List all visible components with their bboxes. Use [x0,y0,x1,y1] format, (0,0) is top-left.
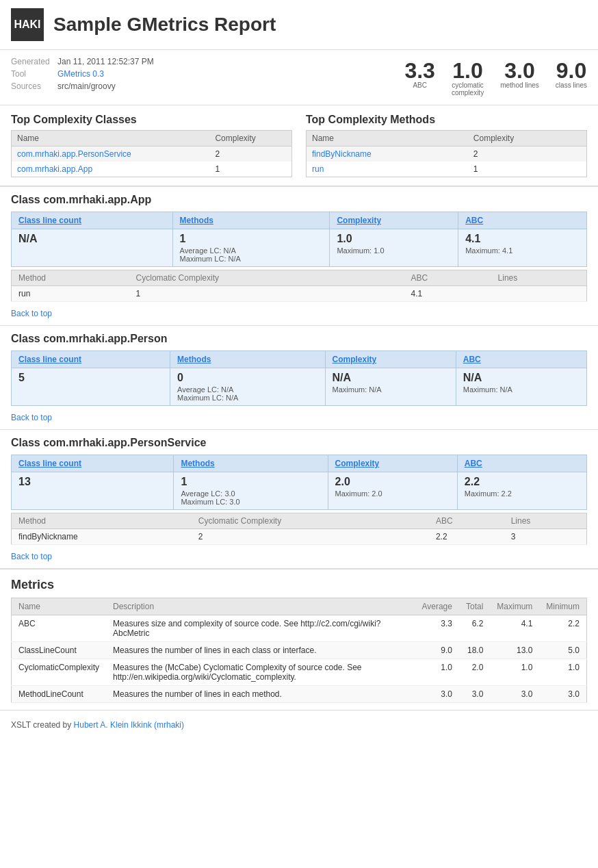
stats-col-header[interactable]: Complexity [330,212,458,229]
metrics-table: NameDescriptionAverageTotalMaximumMinimu… [11,598,587,703]
back-to-top-link[interactable]: Back to top [0,409,598,429]
metric-maximum: 13.0 [490,642,539,659]
metric-label: cyclomatic complexity [452,81,484,97]
table-row: CyclomaticComplexity Measures the (McCab… [12,659,587,686]
summary-metric: 9.0class lines [556,60,587,89]
back-to-top-link[interactable]: Back to top [0,548,598,568]
stat-sub-info: Average LC: N/AMaximum LC: N/A [177,385,317,402]
stats-col-header[interactable]: Complexity [328,455,457,472]
class-section: Class com.mrhaki.app.Person Class line c… [0,326,598,430]
method-table-header: Method [12,513,192,529]
complexity-cell: 1 [468,162,587,177]
tool-label: Tool [11,69,52,79]
classes-container: Class com.mrhaki.app.App Class line coun… [0,187,598,569]
sub-text: Maximum LC: N/A [177,394,317,402]
summary-metric: 1.0cyclomatic complexity [452,60,484,97]
metric-average: 3.0 [415,686,458,703]
metric-total: 2.0 [459,659,490,686]
stat-sub-info: Average LC: N/AMaximum LC: N/A [180,246,323,263]
method-cyclomatic: 2 [192,529,429,545]
stats-col-header[interactable]: ABC [458,212,587,229]
sub-text: Maximum: 1.0 [337,246,451,255]
stats-col-header[interactable]: Methods [170,351,325,368]
stats-col-cell: 0 Average LC: N/AMaximum LC: N/A [170,368,325,406]
table-row: MethodLineCount Measures the number of l… [12,686,587,703]
class-title: Class com.mrhaki.app.App [11,194,587,206]
metric-value: 3.3 [404,60,434,81]
top-methods-title: Top Complexity Methods [306,114,587,126]
top-complexity-classes: Top Complexity Classes Name Complexity c… [11,114,292,177]
table-row: com.mrhaki.app.PersonService2 [12,146,292,162]
stat-main-val: 5 [18,372,163,384]
class-link[interactable]: com.mrhaki.app.App [17,164,92,174]
meta-left: Generated Jan 11, 2011 12:52:37 PM Tool … [11,57,404,97]
stats-col-cell: N/A Maximum: N/A [325,368,456,406]
metric-name: ABC [12,615,107,642]
top-classes-col-name: Name [12,131,210,146]
stats-col-cell: 2.0 Maximum: 2.0 [328,472,457,510]
method-link[interactable]: run [312,164,324,174]
method-name: findByNickname [12,529,192,545]
metric-total: 18.0 [459,642,490,659]
stat-sub-info: Maximum: N/A [333,385,449,394]
table-row: ClassLineCount Measures the number of li… [12,642,587,659]
meta-section: Generated Jan 11, 2011 12:52:37 PM Tool … [0,50,598,105]
sub-text: Maximum: 2.2 [465,489,580,498]
table-row: run1 [307,162,587,177]
class-title: Class com.mrhaki.app.PersonService [11,437,587,449]
back-to-top-link[interactable]: Back to top [0,305,598,325]
generated-value: Jan 11, 2011 12:52:37 PM [57,57,154,66]
method-table: MethodCyclomatic ComplexityABCLines find… [11,513,587,545]
stats-col-header[interactable]: Class line count [12,455,174,472]
stat-main-val: 13 [18,476,166,488]
stat-main-val: 1 [180,233,323,245]
footer-link[interactable]: Hubert A. Klein Ikkink (mrhaki) [74,720,184,730]
stats-col-header[interactable]: ABC [457,455,586,472]
metric-label: method lines [500,81,539,89]
footer: XSLT created by Hubert A. Klein Ikkink (… [0,710,598,739]
sub-text: Maximum: N/A [463,385,580,394]
metric-minimum: 5.0 [539,642,586,659]
metric-description: Measures size and complexity of source c… [106,615,415,642]
sources-label: Sources [11,81,52,91]
stat-sub-info: Maximum: 4.1 [465,246,580,255]
top-complexity-methods: Top Complexity Methods Name Complexity f… [306,114,587,177]
method-abc: 4.1 [404,286,491,302]
summary-metrics: 3.3ABC1.0cyclomatic complexity3.0method … [404,57,587,97]
stats-col-cell: 13 [12,472,174,510]
stats-col-cell: 4.1 Maximum: 4.1 [458,229,587,267]
table-row: findByNickname2 [307,146,587,162]
metrics-col-header: Maximum [490,598,539,615]
stats-col-header[interactable]: Class line count [12,212,173,229]
stat-main-val: 0 [177,372,317,384]
class-section: Class com.mrhaki.app.PersonService Class… [0,430,598,569]
tool-link[interactable]: GMetrics 0.3 [57,69,104,79]
stats-col-cell: N/A [12,229,173,267]
metric-average: 9.0 [415,642,458,659]
class-name-cell: com.mrhaki.app.App [12,162,210,177]
metric-description: Measures the number of lines in each cla… [106,642,415,659]
stat-sub-info: Maximum: 2.0 [335,489,450,498]
metrics-col-header: Average [415,598,458,615]
method-name-cell: findByNickname [307,146,468,162]
class-link[interactable]: com.mrhaki.app.PersonService [17,149,131,159]
stats-col-cell: 5 [12,368,170,406]
complexity-cell: 2 [468,146,587,162]
metric-minimum: 3.0 [539,686,586,703]
method-name: run [12,286,129,302]
stats-col-header[interactable]: Class line count [12,351,170,368]
stats-col-header[interactable]: ABC [456,351,586,368]
metric-description: Measures the number of lines in each met… [106,686,415,703]
metrics-col-header: Total [459,598,490,615]
stats-col-header[interactable]: Methods [174,455,328,472]
stats-col-header[interactable]: Complexity [325,351,456,368]
top-classes-table: Name Complexity com.mrhaki.app.PersonSer… [11,130,292,177]
sources-row: Sources src/main/groovy [11,81,404,91]
method-link[interactable]: findByNickname [312,149,372,159]
class-title: Class com.mrhaki.app.Person [11,333,587,345]
tool-row: Tool GMetrics 0.3 [11,69,404,79]
summary-metric: 3.3ABC [404,60,434,89]
method-lines: 3 [504,529,587,545]
stats-col-header[interactable]: Methods [172,212,330,229]
page-header: HA KI Sample GMetrics Report [0,0,598,50]
